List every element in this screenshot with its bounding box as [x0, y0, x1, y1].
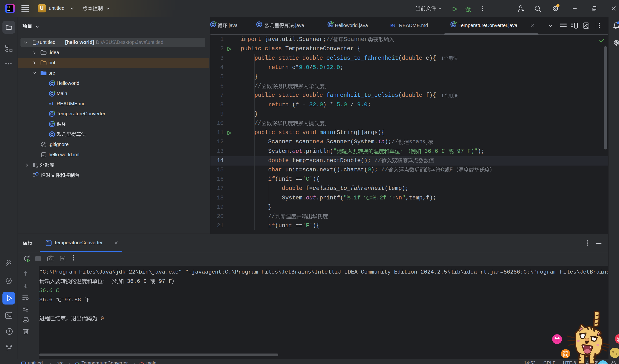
svg-text:M: M	[391, 24, 393, 27]
svg-text:m: m	[141, 363, 143, 364]
svg-text:IJ: IJ	[8, 6, 10, 9]
svg-text:M: M	[49, 102, 52, 106]
